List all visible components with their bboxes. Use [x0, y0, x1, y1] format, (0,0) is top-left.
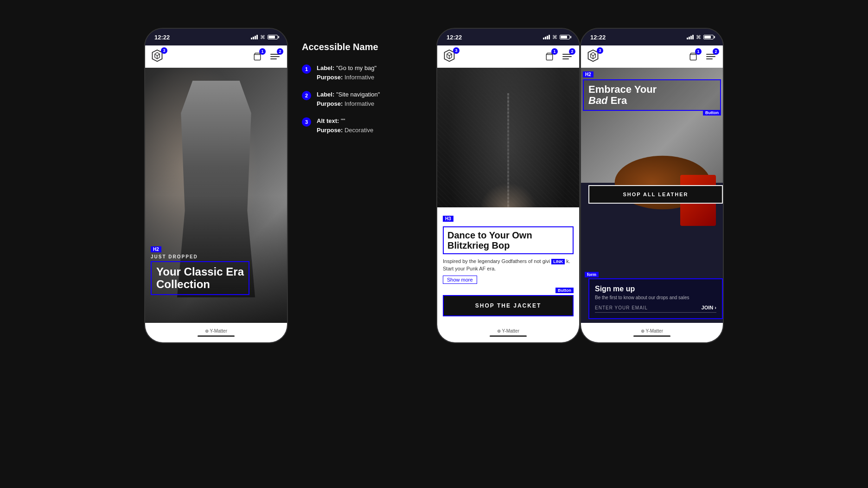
nav-bar-1: 3 1 2	[145, 45, 287, 68]
logo-wrap-3[interactable]: 3	[587, 49, 601, 64]
cart-wrap-3[interactable]: 1	[687, 50, 700, 63]
phone-2: 12:22 ⌘ 3	[436, 28, 580, 343]
signal-icon-3	[687, 35, 694, 39]
status-icons-3: ⌘	[687, 34, 714, 40]
panel-num-2: 2	[302, 91, 311, 100]
footer-text-3: ⊕ Y-Matter	[641, 328, 663, 334]
cart-badge-3: 1	[695, 48, 702, 55]
main-container: 12:22 ⌘	[0, 0, 868, 488]
panel-label-2: Label:	[317, 91, 334, 98]
phone-3: 12:22 ⌘ 3	[580, 28, 724, 343]
email-label: ENTER YOUR EMAIL	[595, 305, 648, 310]
hero-title-box-1: Your Classic Era Collection	[151, 261, 249, 295]
phone1-text-block: H2 JUST DROPPED Your Classic Era Collect…	[151, 244, 281, 295]
menu-badge-2: 2	[569, 48, 575, 55]
nav-icons-3: 1 2	[687, 50, 717, 63]
panel-item-3: 3 Alt text: "" Purpose: Decorative	[302, 116, 422, 135]
menu-wrap-1[interactable]: 2	[268, 50, 281, 63]
phone2-content: H3 Dance to Your Own Blitzkrieg Bop Insp…	[437, 68, 579, 323]
nav-bar-3: 3 1 2	[581, 45, 723, 68]
signal-icon	[251, 35, 258, 39]
wifi-icon-2: ⌘	[552, 34, 557, 40]
panel-purpose-label-2: Purpose:	[317, 100, 343, 107]
home-indicator-3	[633, 335, 670, 337]
battery-icon-3	[703, 35, 714, 39]
footer-text-2: ⊕ Y-Matter	[497, 328, 519, 334]
phone3-footer: ⊕ Y-Matter	[581, 323, 723, 342]
panel-item-1: 1 Label: "Go to my bag" Purpose: Informa…	[302, 64, 422, 82]
shop-leather-button[interactable]: SHOP ALL LEATHER	[588, 185, 723, 204]
panel-num-3: 3	[302, 117, 311, 127]
cart-wrap-1[interactable]: 1	[251, 50, 264, 63]
h3-badge-2: H3	[443, 216, 453, 222]
hero-title-1: Your Classic Era Collection	[156, 266, 244, 290]
status-time-3: 12:22	[590, 34, 606, 41]
phone-1: 12:22 ⌘	[144, 28, 288, 343]
panel-text-3: Alt text: "" Purpose: Decorative	[317, 116, 373, 135]
wifi-icon: ⌘	[260, 34, 265, 40]
embrace-title: Embrace Your Bad Era	[588, 84, 715, 106]
panel-purpose-label-1: Purpose:	[317, 74, 343, 81]
nav-icons-2: 1 2	[543, 50, 574, 63]
hamburger-icon-2	[562, 54, 572, 59]
show-more-button[interactable]: Show more	[443, 276, 477, 284]
panel-purpose-value-2: Informative	[345, 100, 374, 107]
cart-wrap-2[interactable]: 1	[543, 50, 556, 63]
join-button[interactable]: JOIN ›	[702, 305, 716, 310]
accessible-panel: Accessible Name 1 Label: "Go to my bag" …	[288, 28, 436, 157]
status-time-2: 12:22	[447, 34, 462, 41]
shop-jacket-button[interactable]: SHOP THE JACKET	[443, 295, 574, 316]
logo-wrap-2[interactable]: 3	[443, 49, 458, 64]
phone1-footer: ⊕ Y-Matter	[145, 323, 287, 342]
panel-purpose-value-1: Informative	[345, 74, 374, 81]
h2-badge-1: H2	[151, 246, 161, 252]
phone3-bg: H2 Embrace Your Bad Era Button SHOP ALL …	[581, 68, 723, 323]
signup-title: Sign me up	[595, 285, 716, 293]
battery-icon	[268, 35, 278, 39]
panel-title: Accessible Name	[302, 42, 422, 52]
menu-wrap-2[interactable]: 2	[561, 50, 574, 63]
dance-title-box: Dance to Your Own Blitzkrieg Bop	[443, 226, 574, 254]
wifi-icon-3: ⌘	[696, 34, 701, 40]
menu-badge-1: 2	[277, 48, 283, 55]
logo-wrap-1[interactable]: 3	[151, 49, 166, 64]
status-bar-2: 12:22 ⌘	[437, 29, 579, 45]
email-row: ENTER YOUR EMAIL JOIN ›	[595, 305, 716, 313]
cart-badge-1: 1	[259, 48, 266, 55]
h2-badge-3: H2	[583, 71, 594, 77]
logo-badge-2: 3	[453, 47, 460, 54]
battery-icon-2	[560, 35, 570, 39]
panel-label-1: Label:	[317, 64, 334, 71]
logo-badge-3: 3	[597, 47, 603, 54]
menu-badge-3: 2	[713, 48, 719, 55]
phone2-footer: ⊕ Y-Matter	[437, 323, 579, 342]
status-icons-2: ⌘	[543, 34, 570, 40]
panel-text-2: Label: "Site navigation" Purpose: Inform…	[317, 90, 380, 108]
home-indicator-2	[490, 335, 527, 337]
panel-text-1: Label: "Go to my bag" Purpose: Informati…	[317, 64, 377, 82]
panel-purpose-label-3: Purpose:	[317, 127, 343, 134]
phone1-bg: H2 JUST DROPPED Your Classic Era Collect…	[145, 68, 287, 323]
link-tag: LINK	[551, 259, 565, 264]
logo-badge-1: 3	[161, 47, 167, 54]
phone3-content: H2 Embrace Your Bad Era Button SHOP ALL …	[581, 68, 723, 323]
signal-icon-2	[543, 35, 550, 39]
shop-leather-area: SHOP ALL LEATHER	[585, 185, 719, 204]
signup-desc: Be the first to know about our drops and…	[595, 295, 716, 300]
panel-item-2: 2 Label: "Site navigation" Purpose: Info…	[302, 90, 422, 108]
dance-title: Dance to Your Own Blitzkrieg Bop	[447, 230, 569, 250]
just-dropped-label: JUST DROPPED	[151, 254, 281, 259]
phone2-text-panel: H3 Dance to Your Own Blitzkrieg Bop Insp…	[437, 207, 579, 323]
menu-wrap-3[interactable]: 2	[704, 50, 717, 63]
body-text-2: Inspired by the legendary Godfathers of …	[443, 258, 574, 272]
button-badge-3: Button	[703, 110, 721, 116]
embrace-title-box: Embrace Your Bad Era Button	[583, 79, 721, 111]
phone1-content: H2 JUST DROPPED Your Classic Era Collect…	[145, 68, 287, 323]
panel-alt-label-3: Alt text:	[317, 117, 339, 124]
signup-form-container: form Sign me up Be the first to know abo…	[585, 270, 719, 319]
embrace-title-area: H2 Embrace Your Bad Era Button	[583, 70, 721, 111]
form-badge-3: form	[585, 272, 599, 277]
status-icons-1: ⌘	[251, 34, 278, 40]
panel-num-1: 1	[302, 64, 311, 74]
status-bar-3: 12:22 ⌘	[581, 29, 723, 45]
